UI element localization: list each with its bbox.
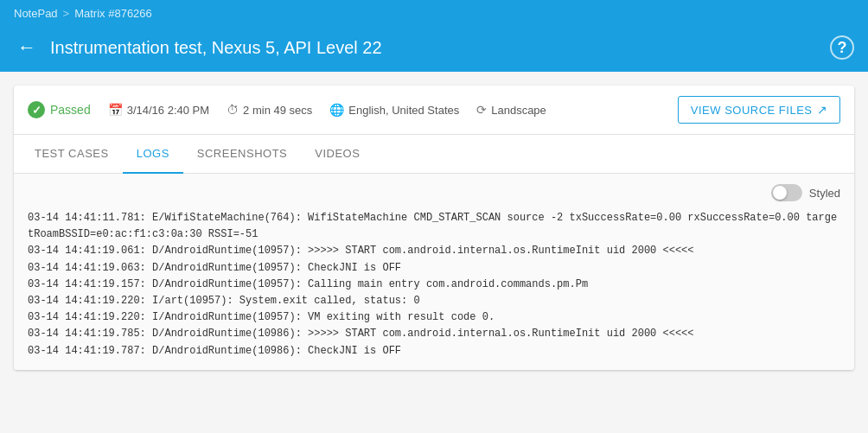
styled-toggle-label: Styled <box>809 187 840 200</box>
breadcrumb-sep: > <box>63 7 70 20</box>
tab-logs[interactable]: LOGS <box>123 135 183 174</box>
view-source-button[interactable]: VIEW SOURCE FILES ↗ <box>678 96 840 124</box>
orientation-value: Landscape <box>491 104 546 117</box>
globe-icon: 🌐 <box>329 103 344 117</box>
log-area: Styled 03-14 14:41:11.781: E/WifiStateMa… <box>14 174 854 370</box>
locale-value: English, United States <box>348 104 459 117</box>
tabs-container: TEST CASES LOGS SCREENSHOTS VIDEOS <box>14 135 854 174</box>
log-toggle-row: Styled <box>28 184 840 201</box>
check-circle-icon: ✓ <box>28 101 45 118</box>
tab-test-cases[interactable]: TEST CASES <box>21 135 123 174</box>
clock-icon: ⏱ <box>227 103 239 117</box>
breadcrumb: NotePad > Matrix #876266 <box>14 7 152 20</box>
orientation-meta: ⟳ Landscape <box>476 103 546 117</box>
status-label: Passed <box>50 103 91 117</box>
status-row: ✓ Passed 📅 3/14/16 2:40 PM ⏱ 2 min 49 se… <box>14 86 854 135</box>
calendar-icon: 📅 <box>108 103 123 117</box>
log-content: 03-14 14:41:11.781: E/WifiStateMachine(7… <box>28 210 840 360</box>
date-meta: 📅 3/14/16 2:40 PM <box>108 103 209 117</box>
page-title: Instrumentation test, Nexus 5, API Level… <box>50 38 820 58</box>
orientation-icon: ⟳ <box>476 103 487 117</box>
external-link-icon: ↗ <box>817 103 828 117</box>
tab-videos[interactable]: VIDEOS <box>301 135 373 174</box>
status-badge: ✓ Passed <box>28 101 91 118</box>
app-name: NotePad <box>14 7 58 20</box>
duration-meta: ⏱ 2 min 49 secs <box>227 103 312 117</box>
header-row: ← Instrumentation test, Nexus 5, API Lev… <box>0 27 868 72</box>
tab-screenshots[interactable]: SCREENSHOTS <box>183 135 301 174</box>
locale-meta: 🌐 English, United States <box>329 103 459 117</box>
help-button[interactable]: ? <box>830 35 854 60</box>
duration-value: 2 min 49 secs <box>243 104 312 117</box>
top-bar: NotePad > Matrix #876266 <box>0 0 868 27</box>
styled-toggle[interactable] <box>771 184 802 201</box>
back-button[interactable]: ← <box>14 38 40 57</box>
main-card: ✓ Passed 📅 3/14/16 2:40 PM ⏱ 2 min 49 se… <box>14 86 854 370</box>
matrix-link[interactable]: Matrix #876266 <box>74 7 152 20</box>
date-value: 3/14/16 2:40 PM <box>127 104 209 117</box>
view-source-label: VIEW SOURCE FILES <box>691 104 813 117</box>
